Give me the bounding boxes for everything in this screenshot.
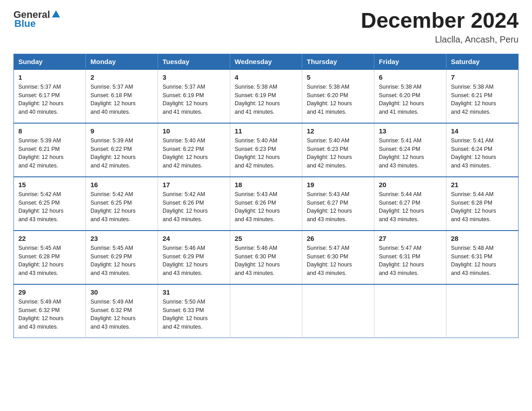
day-number: 18 xyxy=(235,181,297,188)
day-number: 5 xyxy=(307,73,369,81)
calendar-cell: 10Sunrise: 5:40 AMSunset: 6:22 PMDayligh… xyxy=(158,123,230,177)
day-info: Sunrise: 5:40 AMSunset: 6:22 PMDaylight:… xyxy=(163,137,225,170)
day-info: Sunrise: 5:40 AMSunset: 6:23 PMDaylight:… xyxy=(307,137,369,170)
header-monday: Monday xyxy=(86,54,158,69)
week-row-3: 15Sunrise: 5:42 AMSunset: 6:25 PMDayligh… xyxy=(14,177,519,231)
day-number: 20 xyxy=(379,181,442,188)
day-number: 30 xyxy=(90,288,153,296)
calendar-cell: 15Sunrise: 5:42 AMSunset: 6:25 PMDayligh… xyxy=(14,177,86,231)
calendar-cell: 19Sunrise: 5:43 AMSunset: 6:27 PMDayligh… xyxy=(302,177,374,231)
day-number: 17 xyxy=(163,181,225,188)
calendar-cell: 9Sunrise: 5:39 AMSunset: 6:22 PMDaylight… xyxy=(86,123,158,177)
day-number: 28 xyxy=(451,235,514,242)
calendar-cell: 12Sunrise: 5:40 AMSunset: 6:23 PMDayligh… xyxy=(302,123,374,177)
calendar-table: SundayMondayTuesdayWednesdayThursdayFrid… xyxy=(13,54,519,338)
calendar-cell: 14Sunrise: 5:41 AMSunset: 6:24 PMDayligh… xyxy=(446,123,519,177)
day-number: 14 xyxy=(451,127,514,135)
day-info: Sunrise: 5:38 AMSunset: 6:21 PMDaylight:… xyxy=(451,83,514,116)
calendar-cell xyxy=(374,284,446,338)
calendar-cell: 21Sunrise: 5:44 AMSunset: 6:28 PMDayligh… xyxy=(446,177,519,231)
day-info: Sunrise: 5:43 AMSunset: 6:27 PMDaylight:… xyxy=(307,190,369,224)
day-number: 11 xyxy=(235,127,297,135)
day-info: Sunrise: 5:49 AMSunset: 6:32 PMDaylight:… xyxy=(18,298,81,331)
day-number: 9 xyxy=(90,127,153,135)
day-number: 13 xyxy=(379,127,442,135)
header-thursday: Thursday xyxy=(302,54,374,69)
calendar-cell: 29Sunrise: 5:49 AMSunset: 6:32 PMDayligh… xyxy=(14,284,86,338)
calendar-cell: 26Sunrise: 5:47 AMSunset: 6:30 PMDayligh… xyxy=(302,231,374,284)
day-info: Sunrise: 5:47 AMSunset: 6:30 PMDaylight:… xyxy=(307,244,369,278)
header-sunday: Sunday xyxy=(14,54,86,69)
day-info: Sunrise: 5:44 AMSunset: 6:27 PMDaylight:… xyxy=(379,190,442,224)
header-saturday: Saturday xyxy=(446,54,519,69)
title-section: December 2024 Llaclla, Ancash, Peru xyxy=(361,9,519,45)
day-info: Sunrise: 5:38 AMSunset: 6:19 PMDaylight:… xyxy=(235,83,297,116)
week-row-2: 8Sunrise: 5:39 AMSunset: 6:21 PMDaylight… xyxy=(14,123,519,177)
svg-marker-0 xyxy=(52,10,60,17)
day-number: 24 xyxy=(163,235,225,242)
calendar-cell: 25Sunrise: 5:46 AMSunset: 6:30 PMDayligh… xyxy=(230,231,302,284)
day-info: Sunrise: 5:46 AMSunset: 6:29 PMDaylight:… xyxy=(163,244,225,278)
day-number: 22 xyxy=(18,235,81,242)
header-tuesday: Tuesday xyxy=(158,54,230,69)
calendar-cell xyxy=(446,284,519,338)
day-number: 21 xyxy=(451,181,514,188)
calendar-cell: 30Sunrise: 5:49 AMSunset: 6:32 PMDayligh… xyxy=(86,284,158,338)
day-info: Sunrise: 5:39 AMSunset: 6:21 PMDaylight:… xyxy=(18,137,81,170)
day-info: Sunrise: 5:44 AMSunset: 6:28 PMDaylight:… xyxy=(451,190,514,224)
day-number: 19 xyxy=(307,181,369,188)
day-number: 8 xyxy=(18,127,81,135)
calendar-cell: 7Sunrise: 5:38 AMSunset: 6:21 PMDaylight… xyxy=(446,69,519,123)
day-number: 26 xyxy=(307,235,369,242)
day-info: Sunrise: 5:45 AMSunset: 6:29 PMDaylight:… xyxy=(90,244,153,278)
header-wednesday: Wednesday xyxy=(230,54,302,69)
day-number: 2 xyxy=(90,73,153,81)
calendar-cell: 11Sunrise: 5:40 AMSunset: 6:23 PMDayligh… xyxy=(230,123,302,177)
day-info: Sunrise: 5:48 AMSunset: 6:31 PMDaylight:… xyxy=(451,244,514,278)
calendar-cell: 27Sunrise: 5:47 AMSunset: 6:31 PMDayligh… xyxy=(374,231,446,284)
calendar-cell: 8Sunrise: 5:39 AMSunset: 6:21 PMDaylight… xyxy=(14,123,86,177)
day-number: 16 xyxy=(90,181,153,188)
calendar-subtitle: Llaclla, Ancash, Peru xyxy=(361,34,519,45)
calendar-cell: 13Sunrise: 5:41 AMSunset: 6:24 PMDayligh… xyxy=(374,123,446,177)
calendar-cell: 20Sunrise: 5:44 AMSunset: 6:27 PMDayligh… xyxy=(374,177,446,231)
calendar-cell: 23Sunrise: 5:45 AMSunset: 6:29 PMDayligh… xyxy=(86,231,158,284)
week-row-1: 1Sunrise: 5:37 AMSunset: 6:17 PMDaylight… xyxy=(14,69,519,123)
day-number: 29 xyxy=(18,288,81,296)
week-row-5: 29Sunrise: 5:49 AMSunset: 6:32 PMDayligh… xyxy=(14,284,519,338)
day-number: 6 xyxy=(379,73,442,81)
calendar-cell: 5Sunrise: 5:38 AMSunset: 6:20 PMDaylight… xyxy=(302,69,374,123)
calendar-cell: 4Sunrise: 5:38 AMSunset: 6:19 PMDaylight… xyxy=(230,69,302,123)
calendar-title: December 2024 xyxy=(361,9,519,33)
calendar-cell: 18Sunrise: 5:43 AMSunset: 6:26 PMDayligh… xyxy=(230,177,302,231)
day-info: Sunrise: 5:38 AMSunset: 6:20 PMDaylight:… xyxy=(307,83,369,116)
day-info: Sunrise: 5:38 AMSunset: 6:20 PMDaylight:… xyxy=(379,83,442,116)
calendar-cell: 17Sunrise: 5:42 AMSunset: 6:26 PMDayligh… xyxy=(158,177,230,231)
day-info: Sunrise: 5:49 AMSunset: 6:32 PMDaylight:… xyxy=(90,298,153,331)
day-info: Sunrise: 5:50 AMSunset: 6:33 PMDaylight:… xyxy=(163,298,225,331)
day-info: Sunrise: 5:46 AMSunset: 6:30 PMDaylight:… xyxy=(235,244,297,278)
calendar-cell: 22Sunrise: 5:45 AMSunset: 6:28 PMDayligh… xyxy=(14,231,86,284)
day-info: Sunrise: 5:37 AMSunset: 6:17 PMDaylight:… xyxy=(18,83,81,116)
calendar-cell: 6Sunrise: 5:38 AMSunset: 6:20 PMDaylight… xyxy=(374,69,446,123)
day-info: Sunrise: 5:39 AMSunset: 6:22 PMDaylight:… xyxy=(90,137,153,170)
logo-triangle-icon xyxy=(51,9,61,19)
day-info: Sunrise: 5:45 AMSunset: 6:28 PMDaylight:… xyxy=(18,244,81,278)
day-info: Sunrise: 5:47 AMSunset: 6:31 PMDaylight:… xyxy=(379,244,442,278)
day-number: 31 xyxy=(163,288,225,296)
calendar-cell: 1Sunrise: 5:37 AMSunset: 6:17 PMDaylight… xyxy=(14,69,86,123)
calendar-cell xyxy=(302,284,374,338)
day-number: 15 xyxy=(18,181,81,188)
calendar-cell: 31Sunrise: 5:50 AMSunset: 6:33 PMDayligh… xyxy=(158,284,230,338)
day-number: 23 xyxy=(90,235,153,242)
calendar-cell: 24Sunrise: 5:46 AMSunset: 6:29 PMDayligh… xyxy=(158,231,230,284)
day-number: 25 xyxy=(235,235,297,242)
logo-blue-text: Blue xyxy=(14,18,36,30)
week-row-4: 22Sunrise: 5:45 AMSunset: 6:28 PMDayligh… xyxy=(14,231,519,284)
calendar-cell: 16Sunrise: 5:42 AMSunset: 6:25 PMDayligh… xyxy=(86,177,158,231)
page-header: General Blue December 2024 Llaclla, Anca… xyxy=(13,9,519,45)
day-number: 7 xyxy=(451,73,514,81)
day-number: 3 xyxy=(163,73,225,81)
day-number: 12 xyxy=(307,127,369,135)
day-info: Sunrise: 5:43 AMSunset: 6:26 PMDaylight:… xyxy=(235,190,297,224)
